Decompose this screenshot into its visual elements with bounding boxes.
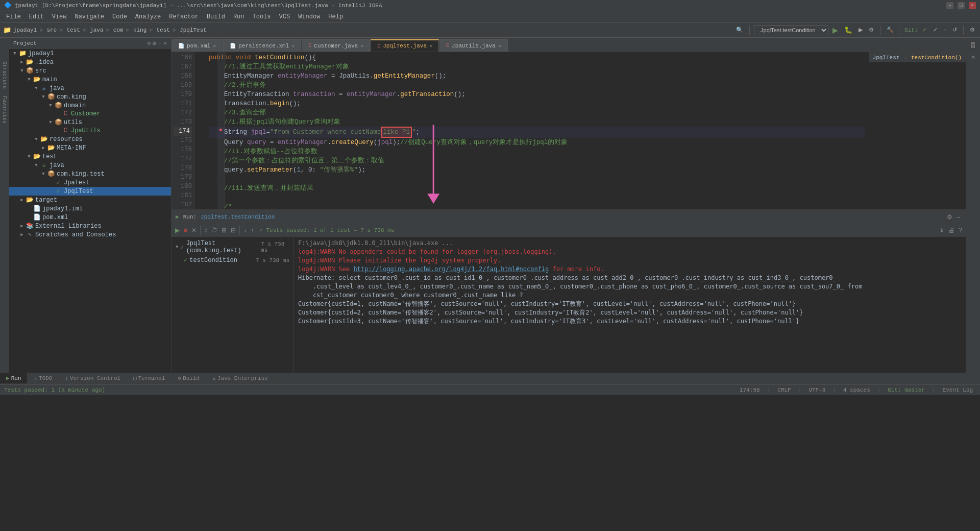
breadcrumb-test[interactable]: test [67, 27, 80, 33]
status-encoding[interactable]: UTF-8 [805, 387, 828, 393]
tab-jpqltest-java[interactable]: C JpqlTest.java ✕ [371, 39, 439, 52]
customer-java-close[interactable]: ✕ [360, 43, 363, 49]
sidebar-gear-icon[interactable]: ⚙ [148, 40, 151, 46]
sidebar-close-icon[interactable]: ✕ [163, 40, 167, 46]
tab-run[interactable]: ▶ Run [0, 373, 28, 383]
tab-java-enterprise[interactable]: ☕ Java Enterprise [206, 373, 275, 383]
build-button[interactable]: 🔨 [885, 26, 896, 34]
breadcrumb-jpaday1[interactable]: jpaday1 [13, 27, 37, 33]
vcs-rollback-btn[interactable]: ↺ [950, 26, 959, 34]
sidebar-expand-icon[interactable]: ⊞ [153, 40, 156, 46]
tree-node-jpaday1iml[interactable]: 📄 jpaday1.iml [9, 204, 171, 213]
tab-terminal[interactable]: ▢ Terminal [127, 373, 172, 383]
menu-item-build[interactable]: Build [203, 11, 229, 22]
database-icon[interactable]: 🗄 [968, 40, 979, 51]
sort-duration-btn[interactable]: ⏱ [210, 226, 219, 235]
tree-node-extlibs[interactable]: ▶ 📚 External Libraries [9, 222, 171, 230]
tree-node-customer[interactable]: C Customer [9, 110, 171, 118]
jpautils-java-close[interactable]: ✕ [498, 43, 501, 49]
tab-persistence-xml[interactable]: 📄 persistence.xml ✕ [223, 39, 301, 52]
close-btn[interactable]: ✕ [969, 2, 976, 9]
menu-item-run[interactable]: Run [229, 11, 249, 22]
menu-item-window[interactable]: Window [294, 11, 324, 22]
settings-run-btn[interactable]: ⚙ [945, 212, 954, 222]
close-run-panel-btn[interactable]: – [955, 212, 962, 222]
jpqltest-java-close[interactable]: ✕ [429, 43, 432, 49]
tree-node-comking[interactable]: ▼ 📦 com.king [9, 92, 171, 101]
settings-btn[interactable]: ⚙ [968, 26, 977, 34]
status-event-log[interactable]: Event Log [940, 387, 976, 393]
run-config-dropdown[interactable]: JpqlTest.testCondition [754, 25, 828, 35]
pom-xml-close[interactable]: ✕ [213, 43, 216, 49]
tree-node-idea[interactable]: ▶ 📂 .idea [9, 58, 171, 66]
maven-icon[interactable]: M [968, 52, 979, 63]
tree-node-metainf[interactable]: ▶ 📂 META-INF [9, 143, 171, 152]
tree-node-testjava[interactable]: ▼ ☕ java [9, 161, 171, 170]
vcs-push-btn[interactable]: ↑ [942, 26, 949, 34]
tree-node-comkingtest[interactable]: ▼ 📦 com.king.test [9, 170, 171, 178]
code-content[interactable]: · · · · · · · · ● · · · · · · · · [194, 52, 869, 209]
profile-button[interactable]: ⚙ [867, 26, 876, 34]
breadcrumb-jpqltest[interactable]: JpqlTest [180, 27, 207, 33]
menu-item-code[interactable]: Code [108, 11, 131, 22]
tree-node-jpautils[interactable]: C JpaUtils [9, 127, 171, 135]
breadcrumb-king[interactable]: king [133, 27, 146, 33]
run-config-label[interactable]: JpqlTest.testCondition [201, 214, 275, 220]
tree-node-test[interactable]: ▼ 📂 test [9, 152, 171, 161]
tab-todo[interactable]: ≡ TODO [28, 373, 59, 383]
tree-node-java[interactable]: ▼ ☕ java [9, 84, 171, 92]
tab-version-control[interactable]: ↕ Version Control [59, 373, 127, 383]
tree-node-jpaday1[interactable]: ▼ 📁 jpaday1 [9, 49, 171, 58]
help-btn[interactable]: ? [957, 226, 964, 235]
log4j-link[interactable]: http://logging.apache.org/log4j/1.2/faq.… [353, 266, 549, 273]
tab-jpautils-java[interactable]: C JpaUtils.java ✕ [439, 39, 508, 52]
tab-customer-java[interactable]: C Customer.java ✕ [302, 39, 370, 52]
tab-pom-xml[interactable]: 📄 pom.xml ✕ [172, 39, 223, 52]
status-indent[interactable]: 4 spaces [840, 387, 873, 393]
tab-build[interactable]: ⚙ Build [172, 373, 207, 383]
structure-icon[interactable]: Structure [1, 58, 8, 92]
expand-all-btn[interactable]: ⊞ [220, 226, 228, 235]
code-editor[interactable]: 166 167 168 169 170 171 172 173 174 175 … [172, 52, 966, 209]
debug-button[interactable]: 🐛 [842, 25, 854, 35]
scroll-end-btn[interactable]: ↡ [938, 226, 946, 235]
test-case-item[interactable]: ✓ testCondition 7 s 738 ms [172, 255, 293, 265]
tree-node-main[interactable]: ▼ 📂 main [9, 75, 171, 84]
tree-node-jpatest[interactable]: ✓ JpaTest [9, 178, 171, 187]
vcs-commit-btn[interactable]: ✓ [931, 26, 940, 34]
run-stop-btn[interactable]: ■ [182, 226, 189, 235]
coverage-button[interactable]: ▶ [856, 26, 865, 34]
vcs-update-btn[interactable]: ✓ [920, 26, 929, 34]
run-button[interactable]: ▶ [830, 25, 840, 35]
search-everywhere-btn[interactable]: 🔍 [734, 26, 745, 34]
persistence-xml-close[interactable]: ✕ [291, 43, 295, 49]
menu-item-view[interactable]: View [48, 11, 71, 22]
status-git[interactable]: Git: master [885, 387, 928, 393]
menu-item-analyze[interactable]: Analyze [131, 11, 165, 22]
menu-item-refactor[interactable]: Refactor [165, 11, 203, 22]
export-btn[interactable]: ↑ [249, 226, 255, 235]
menu-item-navigate[interactable]: Navigate [70, 11, 108, 22]
maximize-btn[interactable]: □ [958, 2, 965, 9]
print-btn[interactable]: 🖨 [947, 226, 956, 235]
run-rerun-btn[interactable]: ▶ [174, 226, 181, 235]
breadcrumb-test2[interactable]: test [156, 27, 169, 33]
minimize-btn[interactable]: – [946, 2, 953, 9]
menu-item-edit[interactable]: Edit [25, 11, 48, 22]
tree-node-resources[interactable]: ▼ 📂 resources [9, 135, 171, 143]
status-line-ending[interactable]: CRLF [774, 387, 794, 393]
menu-item-file[interactable]: File [2, 11, 25, 22]
menu-item-tools[interactable]: Tools [249, 11, 275, 22]
status-position[interactable]: 174:58 [737, 387, 763, 393]
breadcrumb-com[interactable]: com [113, 27, 124, 33]
tree-node-utils[interactable]: ▼ 📦 utils [9, 118, 171, 127]
menu-item-vcs[interactable]: VCS [275, 11, 295, 22]
favorites-icon[interactable]: Favorites [1, 93, 8, 127]
run-close-btn[interactable]: ✕ [190, 226, 198, 235]
menu-item-help[interactable]: Help [324, 11, 347, 22]
run-output[interactable]: F:\java\jdk8\jdk1.8.0_211\bin\java.exe .… [294, 237, 966, 373]
breadcrumb-java[interactable]: java [90, 27, 103, 33]
tree-node-pomxml[interactable]: 📄 pom.xml [9, 213, 171, 222]
sort-alphabetically-btn[interactable]: ↕ [203, 226, 209, 235]
sidebar-collapse-icon[interactable]: – [158, 40, 162, 46]
